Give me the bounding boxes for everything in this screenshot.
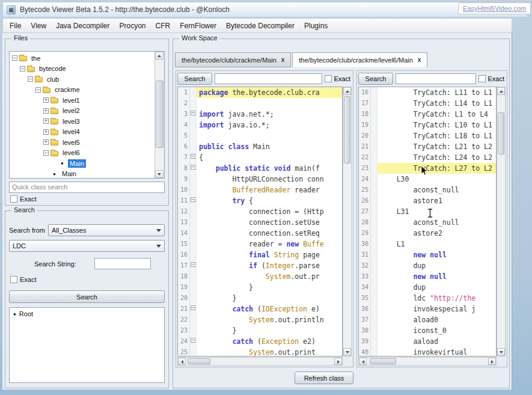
tree-item[interactable]: −crackme <box>10 85 154 96</box>
code-line[interactable]: 26 astore1 <box>359 195 496 206</box>
code-line[interactable]: 9 HttpURLConnection conn <box>178 174 342 185</box>
search-button[interactable]: Search <box>358 73 393 85</box>
code-line[interactable]: 38 iconst_0 <box>359 325 496 336</box>
code-line[interactable]: 14 connection.setReq <box>178 228 342 239</box>
tree-item[interactable]: +level1 <box>10 95 154 106</box>
tab-close-icon[interactable]: x <box>281 57 285 63</box>
code-line[interactable]: 6public class Main <box>178 141 342 152</box>
menu-item[interactable]: View <box>26 19 51 32</box>
menu-item[interactable]: CFR <box>151 19 176 32</box>
editor-search-input[interactable] <box>396 73 476 84</box>
code-line[interactable]: 36 invokespecial j <box>359 304 496 314</box>
tree-item[interactable]: −club <box>10 74 154 85</box>
code-line[interactable]: 7−{ <box>178 152 342 163</box>
tree-item[interactable]: ●Main <box>10 169 154 179</box>
code-line[interactable]: 16 final String page <box>178 250 342 260</box>
horizontal-scrollbar[interactable] <box>358 357 497 366</box>
tab[interactable]: the/bytecode/club/crackme/level6/Mainx <box>292 52 427 67</box>
code-line[interactable]: 18 TryCatch: L1 to L4 <box>359 109 496 120</box>
code-line[interactable]: 19 } <box>178 282 342 293</box>
scrollbar-thumb[interactable] <box>370 358 396 364</box>
scrollbar-thumb[interactable] <box>156 81 164 148</box>
title-bar[interactable]: Bytecode Viewer Beta 1.5.2 - http://the.… <box>2 2 528 17</box>
code-line[interactable]: 32 dup <box>359 260 496 271</box>
scroll-right-icon[interactable] <box>334 358 342 365</box>
code-line[interactable]: 20 TryCatch: L18 to L1 <box>359 130 496 141</box>
scroll-up-icon[interactable] <box>497 87 505 95</box>
fold-toggle-icon[interactable]: − <box>190 109 197 120</box>
exact-checkbox[interactable] <box>10 276 17 283</box>
search-string-input[interactable] <box>94 258 151 269</box>
tree-item[interactable]: −the <box>10 53 154 64</box>
tree-expander-icon[interactable]: + <box>43 139 49 145</box>
tree-expander-icon[interactable]: + <box>43 97 49 103</box>
code-line[interactable]: 19 TryCatch: L10 to L1 <box>359 120 496 130</box>
tab-close-icon[interactable]: x <box>418 57 421 63</box>
code-line[interactable]: 29 astore2 <box>359 228 496 239</box>
exact-checkbox[interactable] <box>325 75 332 82</box>
code-line[interactable]: 1package the.bytecode.club.cra <box>178 87 342 98</box>
code-line[interactable]: 22 System.out.println <box>178 314 342 325</box>
horizontal-scrollbar[interactable] <box>177 357 343 366</box>
code-line[interactable]: 31 new null <box>359 250 496 260</box>
code-line[interactable]: 17 TryCatch: L14 to L1 <box>359 98 496 109</box>
scroll-down-icon[interactable] <box>497 348 505 356</box>
tree-expander-icon[interactable]: − <box>43 150 49 156</box>
scroll-left-icon[interactable] <box>178 358 186 365</box>
scroll-up-icon[interactable] <box>343 87 351 95</box>
code-line[interactable]: 4import java.io.*; <box>178 120 342 130</box>
vertical-scrollbar[interactable] <box>343 87 352 357</box>
scrollbar-thumb[interactable] <box>498 112 504 155</box>
search-button[interactable]: Search <box>9 290 165 303</box>
scrollbar-thumb[interactable] <box>344 96 350 164</box>
code-line[interactable]: 11− try { <box>178 195 342 206</box>
search-type-select[interactable]: LDC <box>9 240 165 252</box>
watermark-link[interactable]: EasyHtml5Video.com <box>458 2 531 14</box>
scroll-down-icon[interactable] <box>155 170 164 178</box>
fold-toggle-icon[interactable]: − <box>190 336 197 347</box>
code-line[interactable]: 3−import java.net.*; <box>178 109 342 120</box>
tree-item[interactable]: +level2 <box>10 106 154 117</box>
editor-search-input[interactable] <box>215 73 322 84</box>
tree-expander-icon[interactable]: − <box>28 76 33 82</box>
tree-expander-icon[interactable]: + <box>43 108 49 114</box>
fold-toggle-icon[interactable]: − <box>190 163 197 174</box>
tree-expander-icon[interactable]: + <box>43 129 49 135</box>
scroll-right-icon[interactable] <box>488 358 496 365</box>
scroll-left-icon[interactable] <box>359 358 367 365</box>
code-line[interactable]: 16 TryCatch: L11 to L1 <box>359 87 496 98</box>
vertical-scrollbar[interactable] <box>497 87 506 357</box>
code-line[interactable]: 12 connection = (Http <box>178 206 342 217</box>
code-line[interactable]: 20 } <box>178 293 342 304</box>
code-line[interactable]: 21 TryCatch: L21 to L2 <box>359 141 496 152</box>
scroll-down-icon[interactable] <box>343 348 351 356</box>
code-line[interactable]: 5 <box>178 130 342 141</box>
menu-item[interactable]: Java Decompiler <box>51 19 114 32</box>
code-line[interactable]: 35 ldc "http://the <box>359 293 496 304</box>
code-line[interactable]: 8− public static void main(f <box>178 163 342 174</box>
menu-item[interactable]: FernFlower <box>175 19 221 32</box>
quick-class-search-input[interactable] <box>9 182 165 193</box>
fold-toggle-icon[interactable]: − <box>190 195 197 206</box>
code-line[interactable]: 34 dup <box>359 282 496 293</box>
code-line[interactable]: 40 invokevirtual <box>359 347 496 357</box>
code-line[interactable]: 30 L1 <box>359 239 496 250</box>
tree-expander-icon[interactable]: − <box>35 87 41 93</box>
fold-toggle-icon[interactable]: − <box>190 260 197 271</box>
scrollbar-thumb[interactable] <box>188 358 210 364</box>
code-line[interactable]: 23 } <box>178 325 342 336</box>
tree-expander-icon[interactable]: − <box>12 55 17 61</box>
code-line[interactable]: 21− catch (IOException e) <box>178 304 342 314</box>
bytecode-code[interactable]: 16 TryCatch: L11 to L117 TryCatch: L14 t… <box>358 87 497 357</box>
code-line[interactable]: 22 TryCatch: L24 to L2 <box>359 152 496 163</box>
fold-toggle-icon[interactable]: − <box>190 304 197 314</box>
tree-expander-icon[interactable]: − <box>20 66 25 72</box>
tree-item[interactable]: +level5 <box>10 137 154 148</box>
menu-item[interactable]: Plugins <box>299 19 332 32</box>
scroll-up-icon[interactable] <box>155 52 164 60</box>
code-line[interactable]: 18 System.out.pr <box>178 271 342 282</box>
file-tree-scrollbar[interactable] <box>154 52 164 178</box>
code-line[interactable]: 39 aaload <box>359 336 496 347</box>
code-line[interactable]: 13 connection.setUse <box>178 217 342 228</box>
tree-item[interactable]: −level6 <box>10 148 154 159</box>
